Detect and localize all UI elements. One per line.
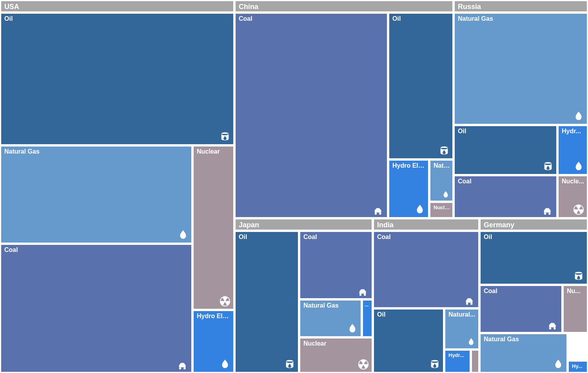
country-header-germany[interactable]: Germany bbox=[479, 218, 588, 231]
treemap-cell-india-hydro[interactable]: Hydr... bbox=[444, 349, 471, 373]
treemap-cell-usa-gas[interactable]: Natural Gas bbox=[0, 145, 192, 244]
nuclear-icon bbox=[573, 204, 584, 215]
treemap-cell-india-gas[interactable]: Natural... bbox=[444, 308, 479, 349]
oil-icon bbox=[542, 161, 554, 172]
leaf-label: Hydr... bbox=[562, 128, 585, 135]
coal-icon bbox=[358, 285, 369, 297]
leaf-label: Natur... bbox=[434, 162, 451, 169]
treemap-cell-germany-gas[interactable]: Natural Gas bbox=[479, 333, 568, 373]
leaf-label: Oil bbox=[239, 234, 296, 241]
leaf-label: Nu... bbox=[567, 288, 585, 295]
leaf-label: Coal bbox=[377, 234, 477, 241]
leaf-label: Natural Gas bbox=[4, 148, 190, 155]
treemap-cell-russia-nuclear[interactable]: Nucle... bbox=[557, 175, 588, 218]
treemap-spacer bbox=[568, 333, 588, 360]
leaf-label: Oil bbox=[377, 311, 441, 318]
country-header-russia[interactable]: Russia bbox=[454, 0, 588, 13]
treemap-cell-usa-nuclear[interactable]: Nuclear bbox=[192, 145, 234, 310]
treemap-cell-russia-coal[interactable]: Coal bbox=[454, 175, 557, 218]
leaf-label: Coal bbox=[458, 178, 555, 185]
hydro-icon bbox=[219, 359, 231, 370]
country-header-india[interactable]: India bbox=[373, 218, 479, 231]
leaf-label: Coal bbox=[484, 288, 560, 295]
treemap-cell-india-nuclear[interactable] bbox=[471, 349, 479, 373]
treemap-cell-china-gas[interactable]: Natur... bbox=[429, 159, 454, 202]
oil-icon bbox=[284, 359, 296, 370]
country-header-japan[interactable]: Japan bbox=[234, 218, 373, 231]
oil-icon bbox=[219, 131, 231, 143]
treemap-cell-china-coal[interactable]: Coal bbox=[234, 13, 388, 218]
treemap-cell-china-hydro[interactable]: Hydro Electric bbox=[388, 159, 429, 218]
gas-icon bbox=[573, 110, 584, 122]
treemap-cell-usa-oil[interactable]: Oil bbox=[0, 13, 234, 145]
gas-icon bbox=[441, 190, 450, 199]
coal-icon bbox=[373, 204, 385, 215]
gas-icon bbox=[177, 229, 189, 241]
treemap-cell-germany-hydro[interactable]: Hy... bbox=[568, 360, 588, 373]
leaf-label: Coal bbox=[303, 234, 370, 241]
leaf-label: Hy... bbox=[572, 363, 585, 369]
leaf-label: Nuclear bbox=[197, 148, 232, 155]
leaf-label: Nuclear bbox=[434, 205, 451, 210]
treemap-chart: USA Oil Natural Gas Coal Nuclear Hydro E… bbox=[0, 0, 588, 373]
gas-icon bbox=[466, 337, 476, 347]
leaf-label: Coal bbox=[4, 246, 190, 253]
leaf-label: Coal bbox=[239, 15, 385, 22]
treemap-cell-germany-coal[interactable]: Coal bbox=[479, 285, 563, 333]
hydro-icon bbox=[573, 161, 584, 172]
oil-icon bbox=[429, 359, 441, 370]
coal-icon bbox=[177, 359, 189, 370]
leaf-label: Oil bbox=[392, 15, 451, 22]
leaf-label: Oil bbox=[4, 15, 232, 22]
treemap-cell-india-coal[interactable]: Coal bbox=[373, 231, 479, 308]
leaf-label: Hydro Electric bbox=[197, 313, 232, 320]
coal-icon bbox=[542, 204, 554, 215]
leaf-label: Hydr... bbox=[448, 352, 468, 358]
treemap-cell-germany-nuclear[interactable]: Nu... bbox=[563, 285, 588, 333]
coal-icon bbox=[464, 294, 476, 306]
treemap-cell-russia-gas[interactable]: Natural Gas bbox=[454, 13, 588, 125]
nuclear-icon bbox=[358, 359, 369, 370]
leaf-label: Natural Gas bbox=[303, 302, 359, 309]
treemap-cell-japan-coal[interactable]: Coal bbox=[299, 231, 373, 299]
treemap-cell-japan-oil[interactable]: Oil bbox=[234, 231, 299, 373]
treemap-cell-germany-oil[interactable]: Oil bbox=[479, 231, 588, 285]
country-header-usa[interactable]: USA bbox=[0, 0, 234, 13]
gas-icon bbox=[347, 323, 358, 335]
treemap-cell-japan-hydro[interactable]: ... bbox=[362, 299, 373, 337]
treemap-cell-russia-hydro[interactable]: Hydr... bbox=[557, 125, 588, 175]
gas-icon bbox=[552, 359, 564, 370]
leaf-label: Nucle... bbox=[562, 178, 585, 185]
leaf-label: Natural Gas bbox=[484, 336, 565, 343]
leaf-label: ... bbox=[365, 302, 370, 308]
leaf-label: Natural... bbox=[448, 311, 477, 318]
treemap-cell-japan-nuclear[interactable]: Nuclear bbox=[299, 337, 373, 373]
leaf-label: Nuclear bbox=[303, 340, 370, 347]
treemap-cell-usa-hydro[interactable]: Hydro Electric bbox=[192, 310, 234, 373]
country-header-china[interactable]: China bbox=[234, 0, 454, 13]
treemap-cell-china-nuclear[interactable]: Nuclear bbox=[429, 202, 454, 218]
leaf-label: Hydro Electric bbox=[392, 162, 426, 169]
oil-icon bbox=[573, 270, 584, 282]
leaf-label: Oil bbox=[484, 234, 585, 241]
hydro-icon bbox=[414, 204, 426, 215]
treemap-cell-japan-gas[interactable]: Natural Gas bbox=[299, 299, 362, 337]
coal-icon bbox=[547, 319, 559, 330]
treemap-cell-usa-coal[interactable]: Coal bbox=[0, 244, 192, 373]
treemap-cell-russia-oil[interactable]: Oil bbox=[454, 125, 557, 175]
nuclear-icon bbox=[219, 295, 231, 307]
leaf-label: Oil bbox=[458, 128, 555, 135]
leaf-label: Natural Gas bbox=[458, 15, 585, 22]
treemap-cell-india-oil[interactable]: Oil bbox=[373, 308, 444, 373]
oil-icon bbox=[438, 145, 450, 157]
treemap-cell-china-oil[interactable]: Oil bbox=[388, 13, 454, 159]
